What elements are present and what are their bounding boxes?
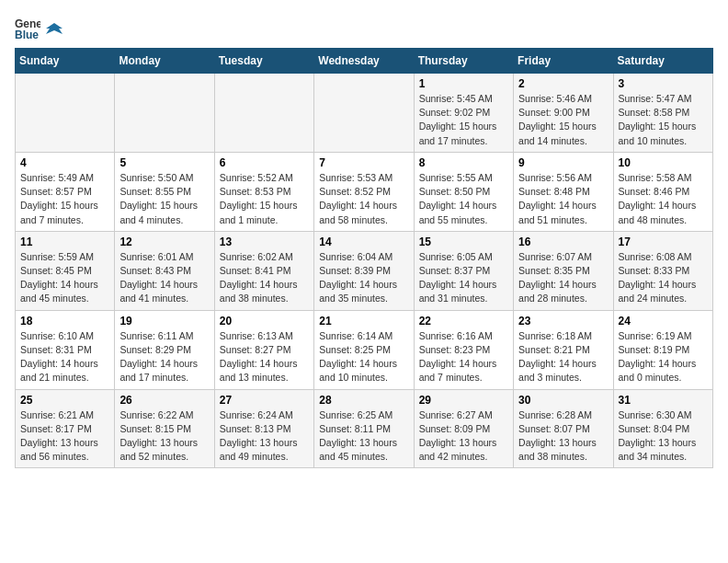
day-info: Sunrise: 6:01 AM Sunset: 8:43 PM Dayligh… bbox=[119, 250, 209, 306]
calendar-cell: 17Sunrise: 6:08 AM Sunset: 8:33 PM Dayli… bbox=[613, 231, 712, 310]
day-number: 9 bbox=[518, 156, 608, 169]
calendar-cell: 29Sunrise: 6:27 AM Sunset: 8:09 PM Dayli… bbox=[414, 389, 513, 468]
weekday-header-thursday: Thursday bbox=[414, 49, 513, 74]
calendar-week-row: 1Sunrise: 5:45 AM Sunset: 9:02 PM Daylig… bbox=[16, 74, 713, 153]
weekday-header-sunday: Sunday bbox=[16, 49, 115, 74]
calendar-cell: 16Sunrise: 6:07 AM Sunset: 8:35 PM Dayli… bbox=[514, 231, 613, 310]
calendar-cell: 25Sunrise: 6:21 AM Sunset: 8:17 PM Dayli… bbox=[16, 389, 115, 468]
calendar-cell: 10Sunrise: 5:58 AM Sunset: 8:46 PM Dayli… bbox=[613, 152, 712, 231]
calendar-cell: 20Sunrise: 6:13 AM Sunset: 8:27 PM Dayli… bbox=[214, 310, 313, 389]
day-info: Sunrise: 5:49 AM Sunset: 8:57 PM Dayligh… bbox=[20, 171, 109, 227]
day-info: Sunrise: 6:28 AM Sunset: 8:07 PM Dayligh… bbox=[518, 408, 608, 465]
day-number: 29 bbox=[419, 394, 508, 407]
day-number: 17 bbox=[619, 236, 708, 248]
day-number: 6 bbox=[220, 156, 309, 169]
day-number: 10 bbox=[619, 156, 708, 169]
day-number: 23 bbox=[518, 315, 608, 327]
calendar-week-row: 4Sunrise: 5:49 AM Sunset: 8:57 PM Daylig… bbox=[16, 152, 713, 231]
calendar-cell: 7Sunrise: 5:53 AM Sunset: 8:52 PM Daylig… bbox=[314, 152, 414, 231]
calendar-cell: 8Sunrise: 5:55 AM Sunset: 8:50 PM Daylig… bbox=[414, 152, 513, 231]
calendar-cell: 14Sunrise: 6:04 AM Sunset: 8:39 PM Dayli… bbox=[314, 231, 414, 310]
svg-marker-2 bbox=[46, 23, 63, 34]
day-number: 13 bbox=[220, 236, 309, 248]
calendar-cell bbox=[314, 74, 414, 153]
day-number: 28 bbox=[319, 394, 408, 407]
day-number: 31 bbox=[619, 394, 708, 407]
calendar-cell: 13Sunrise: 6:02 AM Sunset: 8:41 PM Dayli… bbox=[214, 231, 313, 310]
day-number: 4 bbox=[20, 156, 109, 169]
weekday-header-friday: Friday bbox=[514, 49, 613, 74]
day-info: Sunrise: 6:16 AM Sunset: 8:23 PM Dayligh… bbox=[419, 329, 508, 385]
day-number: 1 bbox=[419, 77, 508, 90]
weekday-header-wednesday: Wednesday bbox=[314, 49, 414, 74]
calendar-cell: 26Sunrise: 6:22 AM Sunset: 8:15 PM Dayli… bbox=[115, 389, 214, 468]
day-info: Sunrise: 5:53 AM Sunset: 8:52 PM Dayligh… bbox=[319, 171, 408, 227]
day-number: 19 bbox=[119, 315, 209, 327]
calendar-cell bbox=[214, 74, 313, 153]
day-info: Sunrise: 6:07 AM Sunset: 8:35 PM Dayligh… bbox=[518, 250, 608, 306]
weekday-header-row: SundayMondayTuesdayWednesdayThursdayFrid… bbox=[16, 49, 713, 74]
day-info: Sunrise: 6:24 AM Sunset: 8:13 PM Dayligh… bbox=[220, 408, 309, 465]
calendar-cell: 1Sunrise: 5:45 AM Sunset: 9:02 PM Daylig… bbox=[414, 74, 513, 153]
day-info: Sunrise: 5:55 AM Sunset: 8:50 PM Dayligh… bbox=[419, 171, 508, 227]
day-info: Sunrise: 5:50 AM Sunset: 8:55 PM Dayligh… bbox=[119, 171, 209, 227]
calendar-cell: 2Sunrise: 5:46 AM Sunset: 9:00 PM Daylig… bbox=[514, 74, 613, 153]
calendar-cell: 6Sunrise: 5:52 AM Sunset: 8:53 PM Daylig… bbox=[214, 152, 313, 231]
day-info: Sunrise: 6:19 AM Sunset: 8:19 PM Dayligh… bbox=[619, 329, 708, 385]
calendar-cell: 31Sunrise: 6:30 AM Sunset: 8:04 PM Dayli… bbox=[613, 389, 712, 468]
calendar-cell: 27Sunrise: 6:24 AM Sunset: 8:13 PM Dayli… bbox=[214, 389, 313, 468]
day-number: 20 bbox=[220, 315, 309, 327]
day-number: 27 bbox=[220, 394, 309, 407]
day-info: Sunrise: 6:14 AM Sunset: 8:25 PM Dayligh… bbox=[319, 329, 408, 385]
day-number: 5 bbox=[119, 156, 209, 169]
day-number: 11 bbox=[20, 236, 109, 248]
calendar-cell: 9Sunrise: 5:56 AM Sunset: 8:48 PM Daylig… bbox=[514, 152, 613, 231]
day-info: Sunrise: 6:21 AM Sunset: 8:17 PM Dayligh… bbox=[20, 408, 109, 465]
day-info: Sunrise: 5:46 AM Sunset: 9:00 PM Dayligh… bbox=[518, 92, 608, 148]
day-info: Sunrise: 6:08 AM Sunset: 8:33 PM Dayligh… bbox=[619, 250, 708, 306]
day-info: Sunrise: 6:27 AM Sunset: 8:09 PM Dayligh… bbox=[419, 408, 508, 465]
calendar-cell: 11Sunrise: 5:59 AM Sunset: 8:45 PM Dayli… bbox=[16, 231, 115, 310]
weekday-header-monday: Monday bbox=[115, 49, 214, 74]
day-number: 30 bbox=[518, 394, 608, 407]
day-number: 25 bbox=[20, 394, 109, 407]
calendar-cell: 19Sunrise: 6:11 AM Sunset: 8:29 PM Dayli… bbox=[115, 310, 214, 389]
calendar-week-row: 25Sunrise: 6:21 AM Sunset: 8:17 PM Dayli… bbox=[16, 389, 713, 468]
svg-text:Blue: Blue bbox=[15, 29, 39, 40]
day-info: Sunrise: 5:56 AM Sunset: 8:48 PM Dayligh… bbox=[518, 171, 608, 227]
calendar-cell: 23Sunrise: 6:18 AM Sunset: 8:21 PM Dayli… bbox=[514, 310, 613, 389]
day-info: Sunrise: 6:05 AM Sunset: 8:37 PM Dayligh… bbox=[419, 250, 508, 306]
page-header: General Blue bbox=[15, 15, 713, 40]
calendar-week-row: 18Sunrise: 6:10 AM Sunset: 8:31 PM Dayli… bbox=[16, 310, 713, 389]
logo-bird-icon bbox=[46, 21, 63, 38]
day-number: 24 bbox=[619, 315, 708, 327]
weekday-header-saturday: Saturday bbox=[613, 49, 712, 74]
calendar-week-row: 11Sunrise: 5:59 AM Sunset: 8:45 PM Dayli… bbox=[16, 231, 713, 310]
day-number: 15 bbox=[419, 236, 508, 248]
calendar-cell: 24Sunrise: 6:19 AM Sunset: 8:19 PM Dayli… bbox=[613, 310, 712, 389]
day-number: 21 bbox=[319, 315, 408, 327]
calendar-cell: 21Sunrise: 6:14 AM Sunset: 8:25 PM Dayli… bbox=[314, 310, 414, 389]
weekday-header-tuesday: Tuesday bbox=[214, 49, 313, 74]
calendar-cell bbox=[115, 74, 214, 153]
day-number: 26 bbox=[119, 394, 209, 407]
day-number: 7 bbox=[319, 156, 408, 169]
day-info: Sunrise: 6:10 AM Sunset: 8:31 PM Dayligh… bbox=[20, 329, 109, 385]
calendar-cell: 5Sunrise: 5:50 AM Sunset: 8:55 PM Daylig… bbox=[115, 152, 214, 231]
day-number: 16 bbox=[518, 236, 608, 248]
day-info: Sunrise: 6:04 AM Sunset: 8:39 PM Dayligh… bbox=[319, 250, 408, 306]
day-info: Sunrise: 5:59 AM Sunset: 8:45 PM Dayligh… bbox=[20, 250, 109, 306]
calendar-cell: 15Sunrise: 6:05 AM Sunset: 8:37 PM Dayli… bbox=[414, 231, 513, 310]
day-number: 8 bbox=[419, 156, 508, 169]
calendar-table: SundayMondayTuesdayWednesdayThursdayFrid… bbox=[15, 48, 713, 468]
logo-icon: General Blue bbox=[15, 15, 40, 40]
calendar-cell: 12Sunrise: 6:01 AM Sunset: 8:43 PM Dayli… bbox=[115, 231, 214, 310]
day-info: Sunrise: 6:30 AM Sunset: 8:04 PM Dayligh… bbox=[619, 408, 708, 465]
calendar-cell: 4Sunrise: 5:49 AM Sunset: 8:57 PM Daylig… bbox=[16, 152, 115, 231]
logo: General Blue bbox=[15, 15, 63, 40]
day-info: Sunrise: 5:47 AM Sunset: 8:58 PM Dayligh… bbox=[619, 92, 708, 148]
day-number: 14 bbox=[319, 236, 408, 248]
day-info: Sunrise: 6:02 AM Sunset: 8:41 PM Dayligh… bbox=[220, 250, 309, 306]
calendar-cell: 28Sunrise: 6:25 AM Sunset: 8:11 PM Dayli… bbox=[314, 389, 414, 468]
day-number: 18 bbox=[20, 315, 109, 327]
